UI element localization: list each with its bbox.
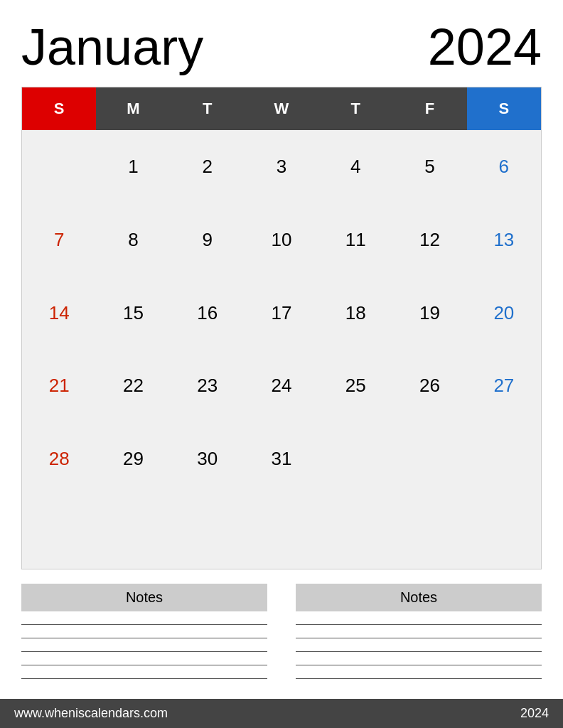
day-cell xyxy=(392,496,466,569)
month-title: January xyxy=(21,21,203,73)
notes-block-right: Notes xyxy=(296,584,542,685)
notes-line xyxy=(21,624,267,625)
day-header-wed: W xyxy=(245,87,318,130)
day-cell: 29 xyxy=(96,422,170,496)
notes-line xyxy=(296,665,542,665)
day-header-thu: T xyxy=(318,87,392,130)
day-cell: 1 xyxy=(96,130,170,203)
day-cell xyxy=(22,496,96,569)
day-cell: 5 xyxy=(392,130,466,203)
day-cell xyxy=(22,130,96,203)
notes-line xyxy=(296,638,542,638)
notes-lines-right xyxy=(296,619,542,685)
notes-label-left: Notes xyxy=(21,584,267,611)
day-cell xyxy=(392,422,466,496)
notes-line xyxy=(21,665,267,665)
header: January 2024 xyxy=(21,21,542,73)
notes-block-left: Notes xyxy=(21,584,267,685)
notes-line xyxy=(296,678,542,679)
day-cell: 8 xyxy=(96,203,170,277)
notes-line xyxy=(296,651,542,652)
day-cell xyxy=(318,422,392,496)
day-cell: 28 xyxy=(22,422,96,496)
day-cell: 6 xyxy=(467,130,541,203)
footer-website: www.wheniscalendars.com xyxy=(14,706,168,721)
day-cell: 17 xyxy=(245,277,318,350)
day-cell: 14 xyxy=(22,277,96,350)
notes-lines-left xyxy=(21,619,267,685)
calendar-grid: 1 2 3 4 5 6 7 8 9 10 11 12 13 14 15 16 1… xyxy=(22,130,541,569)
footer-year: 2024 xyxy=(520,706,549,721)
day-cell: 19 xyxy=(392,277,466,350)
day-cell: 30 xyxy=(171,422,245,496)
day-cell: 2 xyxy=(171,130,245,203)
notes-line xyxy=(21,678,267,679)
day-cell: 27 xyxy=(467,350,541,423)
day-header-tue: T xyxy=(171,87,245,130)
day-cell xyxy=(467,422,541,496)
day-cell xyxy=(467,496,541,569)
year-title: 2024 xyxy=(428,21,542,73)
day-cell xyxy=(245,496,318,569)
notes-section: Notes Notes xyxy=(21,584,542,685)
day-header-sun: S xyxy=(22,87,96,130)
day-cell: 9 xyxy=(171,203,245,277)
day-header-mon: M xyxy=(96,87,170,130)
day-cell: 24 xyxy=(245,350,318,423)
day-cell: 16 xyxy=(171,277,245,350)
day-cell: 22 xyxy=(96,350,170,423)
calendar-header: S M T W T F S xyxy=(22,87,541,130)
day-cell: 12 xyxy=(392,203,466,277)
day-cell: 4 xyxy=(318,130,392,203)
day-cell: 23 xyxy=(171,350,245,423)
day-cell: 21 xyxy=(22,350,96,423)
day-cell: 25 xyxy=(318,350,392,423)
day-header-sat: S xyxy=(467,87,541,130)
day-cell: 7 xyxy=(22,203,96,277)
day-cell: 15 xyxy=(96,277,170,350)
calendar-container: S M T W T F S 1 2 3 4 5 6 7 8 9 10 11 12… xyxy=(21,87,542,569)
day-cell: 10 xyxy=(245,203,318,277)
page: January 2024 S M T W T F S 1 2 3 4 5 6 7… xyxy=(0,0,563,728)
day-cell xyxy=(171,496,245,569)
notes-line xyxy=(21,651,267,652)
notes-line xyxy=(21,638,267,638)
day-cell: 11 xyxy=(318,203,392,277)
footer: www.wheniscalendars.com 2024 xyxy=(0,699,563,728)
day-cell xyxy=(96,496,170,569)
day-cell: 13 xyxy=(467,203,541,277)
day-cell: 20 xyxy=(467,277,541,350)
day-cell: 26 xyxy=(392,350,466,423)
day-cell: 31 xyxy=(245,422,318,496)
notes-line xyxy=(296,624,542,625)
day-header-fri: F xyxy=(392,87,466,130)
notes-label-right: Notes xyxy=(296,584,542,611)
day-cell: 18 xyxy=(318,277,392,350)
day-cell xyxy=(318,496,392,569)
day-cell: 3 xyxy=(245,130,318,203)
